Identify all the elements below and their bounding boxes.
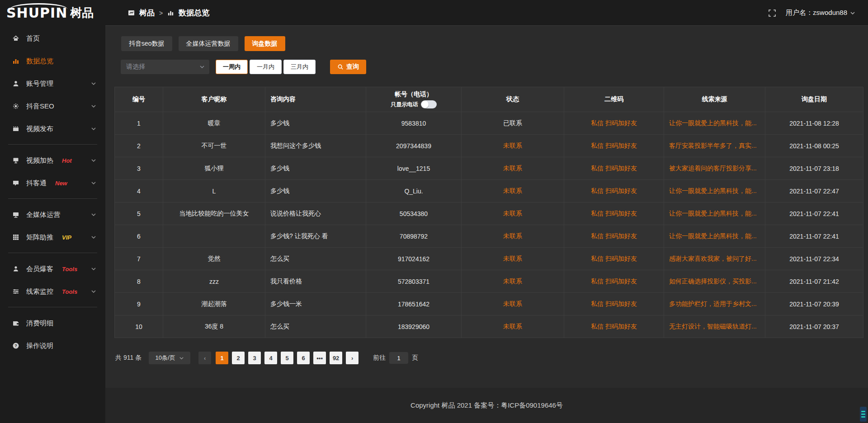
total-count-label: 共 911 条 [115, 354, 142, 362]
cell-source-link[interactable]: 让你一眼就爱上的黑科技，能... [669, 232, 757, 240]
cell-source-link[interactable]: 让你一眼就爱上的黑科技，能... [669, 187, 757, 195]
sidebar-item-member-burst[interactable]: 会员爆客Tools [0, 258, 105, 280]
sidebar-item-media-operation[interactable]: 全媒体运营 [0, 203, 105, 226]
tab-inquiry-data[interactable]: 询盘数据 [245, 36, 285, 51]
sidebar-item-badge: New [55, 180, 67, 187]
page-size-select[interactable]: 10条/页 [149, 352, 190, 364]
page-button-92[interactable]: 92 [330, 352, 342, 364]
filter-select[interactable]: 请选择 [121, 60, 209, 74]
cell-qr[interactable]: 私信 扫码加好友 [564, 248, 664, 270]
sidebar-item-label: 数据总览 [26, 57, 53, 66]
range-one-month[interactable]: 一月内 [250, 60, 282, 74]
cell-qr-link[interactable]: 私信 扫码加好友 [591, 323, 637, 331]
cell-source[interactable]: 让你一眼就爱上的黑科技，能... [664, 202, 765, 225]
cell-source[interactable]: 客厅安装投影半年多了，真实... [664, 135, 765, 157]
sidebar-item-matrix-boost[interactable]: 矩阵助推VIP [0, 226, 105, 249]
cell-source-link[interactable]: 让你一眼就爱上的黑科技，能... [669, 119, 757, 127]
cell-qr[interactable]: 私信 扫码加好友 [564, 225, 664, 248]
cell-content: 怎么买 [265, 315, 366, 338]
column-header: 帐号（电话）只显示电话 [366, 87, 462, 112]
cell-source-link[interactable]: 多功能护栏灯，适用于乡村文... [669, 300, 757, 308]
cell-qr[interactable]: 私信 扫码加好友 [564, 270, 664, 293]
cell-qr-link[interactable]: 私信 扫码加好友 [591, 187, 637, 195]
cell-qr[interactable]: 私信 扫码加好友 [564, 202, 664, 225]
cell-source[interactable]: 如何正确选择投影仪，买投影... [664, 270, 765, 293]
cell-qr[interactable]: 私信 扫码加好友 [564, 112, 664, 135]
cell-qr[interactable]: 私信 扫码加好友 [564, 157, 664, 180]
cell-source[interactable]: 让你一眼就爱上的黑科技，能... [664, 225, 765, 248]
corner-widget[interactable] [860, 407, 867, 422]
cell-qr-link[interactable]: 私信 扫码加好友 [591, 300, 637, 308]
cell-source[interactable]: 让你一眼就爱上的黑科技，能... [664, 112, 765, 135]
cell-qr[interactable]: 私信 扫码加好友 [564, 180, 664, 202]
cell-qr[interactable]: 私信 扫码加好友 [564, 315, 664, 338]
cell-status: 未联系 [462, 315, 564, 338]
cell-account: 9583810 [366, 112, 462, 135]
sidebar-item-douyin-seo[interactable]: 抖音SEO [0, 95, 105, 118]
fullscreen-icon[interactable] [769, 9, 776, 17]
cell-date: 2021-11-07 23:18 [765, 157, 863, 180]
sidebar-item-video-publish[interactable]: 视频发布 [0, 118, 105, 140]
page-ellipsis-button[interactable]: ••• [313, 352, 326, 364]
cell-qr-link[interactable]: 私信 扫码加好友 [591, 210, 637, 218]
cell-source[interactable]: 让你一眼就爱上的黑科技，能... [664, 180, 765, 202]
app-logo[interactable]: SHUPIN 树品 [0, 0, 105, 26]
pagination: 共 911 条 10条/页 ‹ 123456•••92 › 前往 页 [115, 352, 868, 364]
prev-page-button[interactable]: ‹ [198, 352, 211, 364]
sidebar-item-home[interactable]: 首页 [0, 27, 105, 50]
cell-source-link[interactable]: 被大家追着问的客厅投影分享... [669, 164, 757, 173]
sidebar-item-account-manage[interactable]: 账号管理 [0, 72, 105, 95]
cell-qr-link[interactable]: 私信 扫码加好友 [591, 164, 637, 173]
page-button-5[interactable]: 5 [281, 352, 293, 364]
cell-date: 2021-11-07 20:37 [765, 315, 863, 338]
range-three-months[interactable]: 三月内 [283, 60, 316, 74]
cell-source-link[interactable]: 如何正确选择投影仪，买投影... [669, 277, 757, 286]
cell-source[interactable]: 被大家追着问的客厅投影分享... [664, 157, 765, 180]
cell-qr[interactable]: 私信 扫码加好友 [564, 293, 664, 315]
cell-date: 2021-11-08 00:25 [765, 135, 863, 157]
cell-qr-link[interactable]: 私信 扫码加好友 [591, 232, 637, 240]
cell-source[interactable]: 感谢大家喜欢我家，被问了好... [664, 248, 765, 270]
cell-source[interactable]: 无主灯设计，智能磁吸轨道灯... [664, 315, 765, 338]
cell-account: 183929060 [366, 315, 462, 338]
cell-source-link[interactable]: 感谢大家喜欢我家，被问了好... [669, 255, 757, 263]
cell-nickname [163, 225, 265, 248]
cell-qr-link[interactable]: 私信 扫码加好友 [591, 277, 637, 286]
page-button-2[interactable]: 2 [232, 352, 245, 364]
cell-source[interactable]: 多功能护栏灯，适用于乡村文... [664, 293, 765, 315]
sidebar-item-video-heat[interactable]: 视频加热Hot [0, 149, 105, 172]
cell-nickname: 不可一世 [163, 135, 265, 157]
cell-qr-link[interactable]: 私信 扫码加好友 [591, 255, 637, 263]
cell-qr-link[interactable]: 私信 扫码加好友 [591, 119, 637, 127]
page-button-6[interactable]: 6 [297, 352, 310, 364]
search-button[interactable]: 查询 [330, 60, 366, 74]
breadcrumb-root[interactable]: 树品 [139, 8, 155, 18]
goto-page-input[interactable] [389, 352, 408, 364]
page-size-label: 10条/页 [156, 354, 175, 362]
sidebar-item-douketong[interactable]: 抖客通New [0, 172, 105, 194]
phone-only-toggle[interactable] [421, 100, 437, 108]
sidebar-item-clue-monitor[interactable]: 线索监控Tools [0, 280, 105, 303]
cell-nickname: 暖章 [163, 112, 265, 135]
next-page-button[interactable]: › [346, 352, 359, 364]
tab-douyin-seo-data[interactable]: 抖音seo数据 [121, 36, 172, 51]
sidebar-item-help[interactable]: ?操作说明 [0, 334, 105, 357]
page-button-4[interactable]: 4 [264, 352, 277, 364]
user-menu[interactable]: 用户名：zswodun88 [786, 9, 855, 17]
sidebar-item-consumption-detail[interactable]: 消费明细 [0, 312, 105, 334]
svg-text:?: ? [14, 343, 17, 348]
cell-source-link[interactable]: 让你一眼就爱上的黑科技，能... [669, 210, 757, 218]
sidebar-item-data-overview[interactable]: 数据总览 [0, 50, 105, 72]
page-button-1[interactable]: 1 [216, 352, 228, 364]
cell-qr[interactable]: 私信 扫码加好友 [564, 135, 664, 157]
cell-source-link[interactable]: 客厅安装投影半年多了，真实... [669, 142, 757, 150]
goto-suffix: 页 [412, 354, 418, 362]
cell-qr-link[interactable]: 私信 扫码加好友 [591, 142, 637, 150]
chevron-down-icon [91, 158, 96, 163]
cell-source-link[interactable]: 无主灯设计，智能磁吸轨道灯... [669, 323, 757, 331]
username-label: 用户名：zswodun88 [786, 9, 847, 17]
chevron-down-icon [91, 126, 96, 132]
page-button-3[interactable]: 3 [248, 352, 261, 364]
tab-media-operation-data[interactable]: 全媒体运营数据 [179, 36, 238, 51]
range-one-week[interactable]: 一周内 [216, 60, 248, 74]
